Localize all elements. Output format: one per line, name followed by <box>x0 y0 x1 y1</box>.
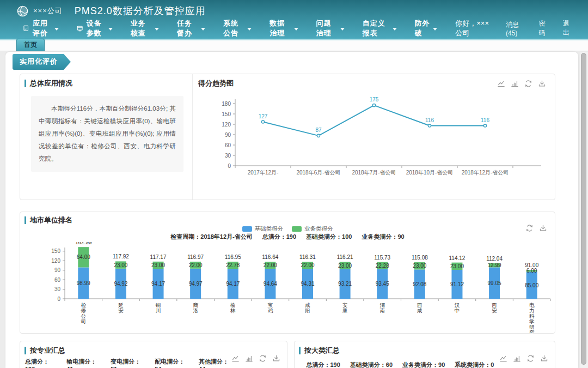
overview-section: 总体应用情况 本期得分116分，本期百分制得分61.03分; 其中薄弱指标有：关… <box>20 74 192 200</box>
stat-pair: 基础类满分：100 <box>306 233 352 241</box>
svg-text:98.99: 98.99 <box>77 280 90 286</box>
ranking-title-row: 地市单位排名 <box>20 215 555 225</box>
svg-text:120: 120 <box>51 258 60 264</box>
line-chart-icon[interactable] <box>231 354 240 363</box>
overview-title: 总体应用情况 <box>30 79 72 88</box>
svg-text:22.00: 22.00 <box>264 262 277 268</box>
svg-text:91.12: 91.12 <box>450 281 464 287</box>
trend-toolbar <box>497 80 546 88</box>
svg-text:94.17: 94.17 <box>151 281 165 287</box>
svg-text:西咸: 西咸 <box>417 302 422 313</box>
svg-text:150: 150 <box>51 248 60 254</box>
refresh-icon[interactable] <box>526 354 535 363</box>
nav-item-device-params[interactable]: 设备参数 <box>77 19 113 38</box>
legend-item[interactable]: 业务类得分 <box>292 225 333 233</box>
svg-text:112.04: 112.04 <box>486 256 503 262</box>
ranking-title: 地市单位排名 <box>30 215 72 225</box>
chevron-down-icon <box>201 28 205 31</box>
legend-item[interactable]: 基础类得分 <box>242 225 284 233</box>
svg-text:116.97: 116.97 <box>187 254 204 260</box>
download-icon[interactable] <box>272 354 280 363</box>
svg-text:117.92: 117.92 <box>113 254 129 260</box>
refresh-icon[interactable] <box>525 224 534 232</box>
logout-link[interactable]: 退出 <box>563 19 573 38</box>
messages-link[interactable]: 消息(45) <box>506 20 524 37</box>
svg-text:114.12: 114.12 <box>449 255 465 261</box>
line-chart-icon[interactable] <box>499 354 507 363</box>
svg-text:64.00: 64.00 <box>77 254 90 260</box>
panel-city-ranking: 地市单位排名 基础类得分业务类得分 检查周期：2018年12月-省公司总满分：1… <box>20 212 555 334</box>
svg-text:117.17: 117.17 <box>150 254 167 260</box>
svg-text:2018年6月-省公司: 2018年6月-省公司 <box>296 170 340 176</box>
trend-line-chart[interactable]: 03060901201501801272017年12月-872018年6月-省公… <box>193 92 552 183</box>
svg-text:127: 127 <box>259 113 268 119</box>
nav-item-business-check[interactable]: 业务核查 <box>131 19 159 38</box>
svg-text:22.28: 22.28 <box>376 263 389 269</box>
chevron-down-icon <box>340 28 345 31</box>
nav-item-anti-external-damage[interactable]: 防外破 <box>415 19 438 38</box>
svg-text:116.64: 116.64 <box>262 254 278 260</box>
line-chart-icon[interactable] <box>497 80 505 88</box>
nav-item-system-notice[interactable]: 系统公告 <box>223 19 252 38</box>
scrollbar-thumb[interactable] <box>581 53 586 365</box>
chevron-down-icon <box>393 28 397 31</box>
nav-item-problem-governance[interactable]: 问题治理 <box>316 19 345 38</box>
svg-text:60: 60 <box>54 277 61 283</box>
svg-text:23.00: 23.00 <box>151 262 165 268</box>
nav-item-data-governance[interactable]: 数据治理 <box>270 19 298 38</box>
bar-chart-icon[interactable] <box>511 80 519 88</box>
svg-text:23.00: 23.00 <box>450 263 464 269</box>
stat-pair: 检查周期：2018年12月-省公司 <box>170 233 252 241</box>
ranking-toolbar <box>525 224 547 232</box>
svg-text:榆林: 榆林 <box>230 302 236 313</box>
svg-text:汉中: 汉中 <box>455 302 460 313</box>
trend-title: 得分趋势图 <box>198 79 234 88</box>
svg-text:22.00: 22.00 <box>189 262 203 268</box>
refresh-icon[interactable] <box>259 354 267 363</box>
svg-text:115.08: 115.08 <box>412 255 428 261</box>
panel-by-category: 按大类汇总 总满分：190基础类满分：60业务类满分：90系统类满分：0 <box>294 341 555 368</box>
chevron-down-icon <box>108 28 113 31</box>
svg-text:30: 30 <box>54 286 61 292</box>
bar-chart-icon[interactable] <box>245 354 253 363</box>
nav-item-app-evaluation[interactable]: 应用评价 <box>23 19 59 38</box>
overview-text: 本期得分116分，本期百分制得分61.03分; 其中薄弱指标有：关键运检模块应用… <box>31 96 183 172</box>
tab-bar: 首页 <box>0 40 588 51</box>
download-icon[interactable] <box>540 354 548 363</box>
svg-text:116: 116 <box>425 117 434 123</box>
ranking-stacked-bar-chart[interactable]: 0306090120150162.9964.0098.99检修公司117.922… <box>20 242 555 334</box>
ranking-legend: 基础类得分业务类得分 <box>20 225 555 233</box>
user-greeting: 你好，×××公司 <box>455 19 492 38</box>
download-icon[interactable] <box>539 224 547 232</box>
svg-text:2017年12月-: 2017年12月- <box>248 170 279 176</box>
stat-pair: 总满分：190 <box>25 358 57 368</box>
svg-text:22.78: 22.78 <box>226 262 240 268</box>
company-logo-icon <box>16 5 29 17</box>
svg-text:23.00: 23.00 <box>338 263 352 269</box>
chevron-down-icon <box>433 28 437 31</box>
stat-pair: 其他满分：44 <box>199 358 233 368</box>
svg-text:电力科学研究院: 电力科学研究院 <box>529 302 535 334</box>
svg-text:94.97: 94.97 <box>189 281 203 287</box>
ranking-subtitle: 检查周期：2018年12月-省公司总满分：190基础类满分：100业务类满分：9… <box>20 233 555 241</box>
nav-item-custom-report[interactable]: 自定义报表 <box>363 19 397 38</box>
title-accent-bar <box>24 80 26 87</box>
svg-text:116.21: 116.21 <box>337 254 353 260</box>
svg-text:94.31: 94.31 <box>301 281 314 287</box>
download-icon[interactable] <box>538 80 546 88</box>
svg-text:120: 120 <box>222 122 231 128</box>
main-content: 总体应用情况 本期得分116分，本期百分制得分61.03分; 其中薄弱指标有：关… <box>5 52 578 368</box>
svg-text:116.95: 116.95 <box>225 254 241 260</box>
password-link[interactable]: 密码 <box>539 19 549 38</box>
svg-text:渭南: 渭南 <box>379 302 385 313</box>
nav-item-task-supervision[interactable]: 任务督办 <box>177 19 205 38</box>
bar-chart-icon[interactable] <box>513 354 521 363</box>
panel-by-specialty: 按专业汇总 总满分：190输电满分：41变电满分：51配电满分：54其他满分：4… <box>20 341 287 368</box>
by-specialty-title: 按专业汇总 <box>30 346 65 355</box>
tab-home[interactable]: 首页 <box>16 39 45 51</box>
device-icon <box>77 25 84 32</box>
refresh-icon[interactable] <box>524 80 532 88</box>
legend-swatch <box>242 226 252 232</box>
chevron-down-icon <box>155 28 159 31</box>
svg-text:23.00: 23.00 <box>413 263 426 269</box>
